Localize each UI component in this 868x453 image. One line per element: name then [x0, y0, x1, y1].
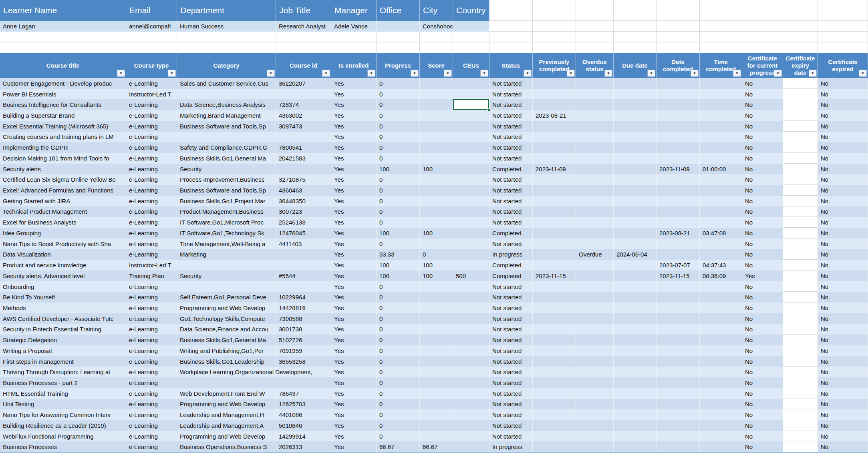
cell-course-type[interactable]: e-Learning — [126, 228, 177, 239]
cell-progress[interactable]: 0 — [377, 174, 420, 185]
cell-time-completed[interactable] — [700, 185, 742, 196]
cell-ceus[interactable] — [453, 249, 489, 260]
cell-progress[interactable]: 0 — [377, 132, 420, 142]
cell-previously-completed[interactable] — [533, 367, 576, 377]
cell-date-completed[interactable] — [657, 206, 700, 217]
cell-category[interactable]: Leadership and Management,H — [177, 409, 276, 420]
cell-ceus[interactable] — [453, 409, 489, 420]
cell-course-id[interactable]: 2026313 — [276, 441, 331, 452]
cell-status[interactable]: Not started — [489, 239, 533, 249]
empty-cell[interactable] — [0, 42, 126, 53]
cell-category[interactable]: Self Esteem,Go1,Personal Deve — [177, 292, 276, 303]
cell-time-completed[interactable] — [700, 335, 742, 345]
empty-cell[interactable] — [533, 32, 576, 42]
cell-course-type[interactable]: e-Learning — [126, 196, 177, 206]
cell-time-completed[interactable] — [700, 303, 742, 313]
cell-course-type[interactable]: e-Learning — [126, 142, 177, 153]
cell-certificate-expiry-date[interactable] — [783, 185, 818, 196]
empty-cell[interactable] — [614, 32, 657, 42]
filter-dropdown-button[interactable]: ▼ — [647, 70, 655, 77]
cell-course-id[interactable]: 786437 — [276, 388, 331, 399]
filter-dropdown-button[interactable]: ▼ — [322, 70, 330, 77]
cell-category[interactable]: IT Software,Go1,Microsoft Proc — [177, 217, 276, 228]
cell-date-completed[interactable] — [657, 409, 700, 420]
cell-course-id[interactable]: 4401086 — [276, 409, 331, 420]
cell-previously-completed[interactable] — [533, 78, 576, 89]
cell-overdue-status[interactable] — [576, 228, 614, 239]
cell-score[interactable] — [420, 89, 453, 100]
cell-is-enrolled[interactable]: Yes — [331, 345, 377, 356]
cell-progress[interactable]: 100 — [377, 260, 420, 271]
cell-status[interactable]: Not started — [489, 132, 533, 142]
empty-cell[interactable] — [657, 0, 700, 21]
cell-course-id[interactable]: 4360463 — [276, 185, 331, 196]
cell-course-title[interactable]: Strategic Delegation — [0, 335, 126, 345]
cell-progress[interactable]: 0 — [377, 185, 420, 196]
cell-due-date[interactable] — [614, 260, 657, 271]
learner-office[interactable] — [377, 21, 420, 32]
cell-progress[interactable]: 0 — [377, 99, 420, 110]
cell-course-type[interactable]: e-Learning — [126, 431, 177, 442]
cell-due-date[interactable] — [614, 356, 657, 367]
course-header-previously-completed[interactable]: Previously completed▼ — [533, 53, 576, 78]
cell-course-type[interactable]: Instructor-Led T — [126, 260, 177, 271]
cell-date-completed[interactable] — [657, 174, 700, 185]
cell-time-completed[interactable]: 04:37:43 — [700, 260, 742, 271]
course-header-is-enrolled[interactable]: Is enrolled▼ — [331, 53, 377, 78]
cell-previously-completed[interactable] — [533, 441, 576, 452]
cell-certificate-for-current-progress[interactable]: No — [742, 399, 783, 410]
cell-progress[interactable]: 0 — [377, 420, 420, 431]
empty-cell[interactable] — [489, 32, 533, 42]
cell-certificate-expired[interactable]: No — [818, 271, 868, 281]
cell-overdue-status[interactable] — [576, 303, 614, 313]
cell-course-type[interactable]: e-Learning — [126, 99, 177, 110]
cell-certificate-expired[interactable]: No — [818, 345, 868, 356]
cell-course-type[interactable]: e-Learning — [126, 303, 177, 313]
cell-category[interactable]: Writing and Publishing,Go1,Per — [177, 345, 276, 356]
cell-previously-completed[interactable] — [533, 356, 576, 367]
empty-cell[interactable] — [420, 42, 453, 53]
cell-previously-completed[interactable] — [533, 388, 576, 399]
filter-dropdown-button[interactable]: ▼ — [809, 70, 817, 77]
cell-certificate-for-current-progress[interactable]: No — [742, 153, 783, 164]
cell-category[interactable]: Marketing,Brand Management — [177, 110, 276, 121]
cell-date-completed[interactable]: 2023-07-07 — [657, 260, 700, 271]
empty-cell[interactable] — [818, 21, 868, 32]
cell-time-completed[interactable] — [700, 441, 742, 452]
cell-is-enrolled[interactable]: Yes — [331, 164, 377, 174]
cell-status[interactable]: Not started — [489, 431, 533, 442]
filter-dropdown-button[interactable]: ▼ — [168, 70, 176, 77]
cell-is-enrolled[interactable]: Yes — [331, 99, 377, 110]
cell-course-type[interactable]: e-Learning — [126, 206, 177, 217]
cell-previously-completed[interactable] — [533, 281, 576, 292]
cell-previously-completed[interactable] — [533, 345, 576, 356]
empty-cell[interactable] — [420, 32, 453, 42]
cell-course-title[interactable]: Excel Essential Training (Microsoft 365) — [0, 121, 126, 132]
cell-time-completed[interactable] — [700, 420, 742, 431]
cell-course-id[interactable]: 14299914 — [276, 431, 331, 442]
cell-time-completed[interactable]: 03:47:08 — [700, 228, 742, 239]
cell-is-enrolled[interactable]: Yes — [331, 313, 377, 324]
cell-certificate-expiry-date[interactable] — [783, 303, 818, 313]
cell-time-completed[interactable] — [700, 174, 742, 185]
cell-course-id[interactable]: 12476045 — [276, 228, 331, 239]
cell-overdue-status[interactable] — [576, 431, 614, 442]
cell-course-title[interactable]: Customer Engagement - Develop produc — [0, 78, 126, 89]
cell-category[interactable]: Business Skills,Go1,General Ma — [177, 335, 276, 345]
cell-certificate-for-current-progress[interactable]: No — [742, 89, 783, 100]
cell-due-date[interactable] — [614, 110, 657, 121]
cell-course-title[interactable]: Data Visualization — [0, 249, 126, 260]
cell-progress[interactable]: 100 — [377, 164, 420, 174]
cell-category[interactable]: Business Skills,Go1,Project Mar — [177, 196, 276, 206]
cell-is-enrolled[interactable]: Yes — [331, 228, 377, 239]
cell-course-type[interactable]: e-Learning — [126, 313, 177, 324]
cell-time-completed[interactable] — [700, 431, 742, 442]
cell-overdue-status[interactable] — [576, 239, 614, 249]
cell-progress[interactable]: 0 — [377, 303, 420, 313]
course-header-progress[interactable]: Progress▼ — [377, 53, 420, 78]
cell-previously-completed[interactable] — [533, 335, 576, 345]
cell-time-completed[interactable] — [700, 196, 742, 206]
cell-ceus[interactable] — [453, 399, 489, 410]
cell-previously-completed[interactable] — [533, 420, 576, 431]
cell-progress[interactable]: 100 — [377, 228, 420, 239]
